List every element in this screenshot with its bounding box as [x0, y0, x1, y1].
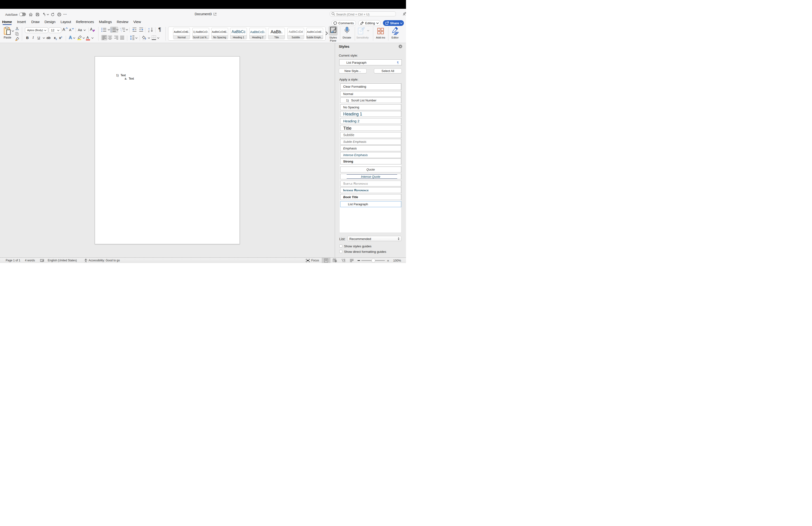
- svg-text:a: a: [121, 29, 121, 31]
- svg-text:1: 1: [120, 28, 121, 29]
- svg-text:2: 2: [111, 29, 112, 31]
- svg-text:3: 3: [111, 31, 112, 32]
- svg-text:A: A: [148, 27, 150, 30]
- svg-text:Z: Z: [148, 30, 149, 32]
- svg-text:1: 1: [111, 28, 112, 29]
